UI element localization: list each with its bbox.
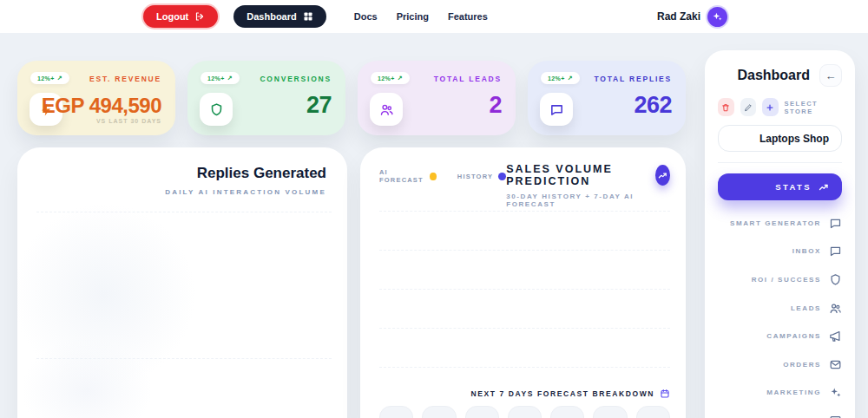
sidebar-item-inbox[interactable]: INBOX	[718, 238, 842, 266]
sidebar-item-smart-generator[interactable]: SMART GENERATOR	[718, 209, 842, 238]
sales-chart-subtitle: 30-DAY HISTORY + 7-DAY AI FORECAST	[506, 193, 670, 208]
logout-button[interactable]: Logout	[143, 5, 218, 28]
sparkles-icon	[829, 386, 842, 399]
mail-icon	[829, 358, 842, 371]
user-name: Rad Zaki	[657, 10, 700, 23]
trend-up-icon: ↗	[398, 75, 403, 82]
sidebar-item-inventory[interactable]: INVENTORY	[718, 407, 842, 418]
top-navbar: Logout Dashboard Docs Pricing Features R…	[0, 0, 868, 33]
shield-icon	[200, 93, 233, 126]
box-icon	[829, 415, 842, 418]
delete-store-button[interactable]	[718, 98, 734, 116]
store-actions-row: SELECT STORE	[718, 98, 842, 116]
plus-icon	[766, 103, 774, 112]
trend-up-icon	[819, 182, 829, 193]
sales-chart-header: AI FORECAST HISTORY SALES VOLUME PREDICT…	[360, 147, 686, 208]
legend-label: HISTORY	[457, 173, 493, 180]
user-menu[interactable]: Rad Zaki	[657, 7, 727, 27]
stat-label: CONVERSIONS	[260, 75, 332, 83]
nav-link-docs[interactable]: Docs	[354, 11, 378, 22]
forecast-breakdown-header: NEXT 7 DAYS FORECAST BREAKDOWN	[379, 389, 670, 399]
menu-label: LEADS	[791, 304, 821, 312]
back-button[interactable]: ←	[819, 64, 842, 87]
menu-label: SMART GENERATOR	[730, 219, 821, 227]
stat-card-conversions: 12%+ ↗ CONVERSIONS 27	[187, 61, 345, 135]
pencil-icon	[744, 103, 753, 112]
select-store-label: SELECT STORE	[785, 100, 842, 115]
grid-icon	[303, 11, 313, 22]
forecast-day-slot[interactable]	[550, 406, 584, 418]
sales-title-block: SALES VOLUME PREDICTION 30-DAY HISTORY +…	[506, 163, 670, 208]
stat-card-leads: 12%+ ↗ TOTAL LEADS 2	[358, 61, 516, 135]
calendar-icon	[660, 389, 670, 399]
forecast-day-slot[interactable]	[593, 406, 627, 418]
add-store-button[interactable]	[762, 98, 779, 116]
sidebar-item-campaigns[interactable]: CAMPAIGNS	[718, 322, 842, 350]
users-icon	[370, 93, 403, 126]
nav-link-pricing[interactable]: Pricing	[397, 11, 429, 22]
menu-label: MARKETING	[766, 389, 821, 396]
chat-bubble-icon	[829, 217, 842, 230]
replies-chart-subtitle: DAILY AI INTERACTION VOLUME	[38, 188, 326, 196]
avatar[interactable]	[707, 7, 727, 27]
menu-label: ROI / SUCCESS	[752, 276, 821, 284]
nav-link-features[interactable]: Features	[448, 11, 488, 22]
chart-gridline	[379, 250, 670, 251]
stat-card-replies: 12%+ ↗ TOTAL REPLIES 262	[528, 61, 686, 135]
forecast-day-slot[interactable]	[465, 406, 499, 418]
sidebar-item-leads[interactable]: LEADS	[718, 294, 842, 323]
chat-bubble-icon	[540, 93, 573, 126]
forecast-day-slot[interactable]	[508, 406, 542, 418]
sidebar-title: Dashboard	[737, 68, 810, 83]
trend-up-icon: ↗	[57, 75, 62, 82]
trend-badge: 12%+ ↗	[201, 72, 240, 84]
menu-label: ORDERS	[783, 361, 821, 369]
dashboard-label: Dashboard	[247, 11, 296, 22]
stat-subtext: VS LAST 30 DAYS	[96, 118, 161, 124]
sidebar-menu: SMART GENERATOR INBOX ROI / SUCCESS LEAD…	[718, 209, 842, 418]
chat-bubble-icon	[829, 245, 842, 258]
edit-store-button[interactable]	[740, 98, 757, 116]
forecast-slot-row	[379, 406, 670, 418]
sidebar-item-orders[interactable]: ORDERS	[718, 350, 842, 379]
trend-badge-value: 12%+	[207, 75, 225, 82]
stat-value: 262	[634, 92, 672, 119]
trend-badge-value: 12%+	[378, 75, 395, 82]
sidebar-item-roi-success[interactable]: ROI / SUCCESS	[718, 265, 842, 294]
trend-badge-value: 12%+	[548, 75, 565, 82]
chart-gridline	[36, 358, 332, 359]
expand-chart-button[interactable]	[655, 165, 670, 186]
right-sidebar: Dashboard ← SELECT STORE Laptops Shop ST…	[705, 50, 855, 418]
users-icon	[829, 302, 842, 315]
arrow-left-icon: ←	[825, 69, 837, 82]
logout-label: Logout	[156, 11, 188, 22]
legend-history[interactable]: HISTORY	[457, 168, 506, 184]
stat-label: TOTAL LEADS	[434, 75, 502, 83]
forecast-day-slot[interactable]	[422, 406, 456, 418]
sales-chart-title: SALES VOLUME PREDICTION	[506, 163, 648, 187]
menu-label: INBOX	[792, 247, 821, 255]
megaphone-icon	[829, 330, 842, 343]
divider	[718, 162, 842, 163]
stat-card-revenue: 12%+ ↗ EST. REVENUE EGP 494,590 VS LAST …	[17, 61, 175, 135]
trend-badge: 12%+ ↗	[541, 72, 580, 84]
legend-ai-forecast[interactable]: AI FORECAST	[379, 168, 437, 184]
sales-prediction-panel: AI FORECAST HISTORY SALES VOLUME PREDICT…	[360, 147, 686, 418]
store-select[interactable]: Laptops Shop	[718, 125, 842, 152]
replies-chart-panel: Replies Generated DAILY AI INTERACTION V…	[17, 147, 347, 418]
menu-label: CAMPAIGNS	[766, 332, 821, 340]
trend-badge-value: 12%+	[37, 75, 55, 82]
forecast-breakdown-label: NEXT 7 DAYS FORECAST BREAKDOWN	[470, 389, 654, 398]
stats-button[interactable]: STATS	[718, 173, 842, 200]
chart-gridline	[379, 328, 670, 329]
sparkle-icon	[712, 11, 723, 23]
forecast-day-slot[interactable]	[636, 406, 670, 418]
nav-buttons: Logout Dashboard Docs Pricing Features	[143, 5, 488, 28]
trend-up-icon: ↗	[227, 75, 233, 82]
dashboard-button[interactable]: Dashboard	[233, 5, 326, 28]
sidebar-item-marketing[interactable]: MARKETING	[718, 379, 842, 408]
trend-badge: 12%+ ↗	[371, 72, 410, 84]
history-dot-icon	[498, 173, 506, 180]
forecast-day-slot[interactable]	[379, 406, 413, 418]
replies-chart-header: Replies Generated DAILY AI INTERACTION V…	[17, 147, 347, 196]
